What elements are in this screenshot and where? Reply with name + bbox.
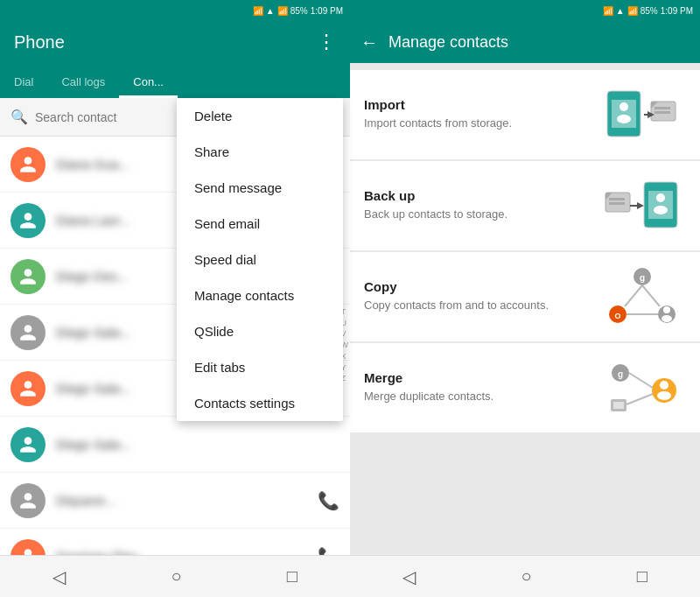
wifi-icon: ▲	[266, 6, 275, 16]
merge-title: Merge	[364, 370, 588, 385]
app-title: Phone	[14, 32, 65, 53]
time-left: 1:09 PM	[311, 6, 343, 16]
right-status-icons: 📶 ▲ 📶 85% 1:09 PM	[603, 6, 693, 16]
menu-item-contacts-settings[interactable]: Contacts settings	[177, 385, 343, 421]
svg-point-23	[663, 306, 670, 313]
right-bottom-nav: ◁ ○ □	[350, 555, 700, 597]
svg-point-33	[660, 381, 668, 390]
avatar	[10, 259, 46, 294]
svg-line-35	[629, 373, 653, 388]
svg-point-3	[617, 115, 631, 123]
svg-text:g: g	[640, 273, 645, 283]
phone-icon[interactable]: 📞	[318, 490, 340, 511]
more-options-button[interactable]: ⋮	[317, 31, 336, 53]
contact-name: Diana Laor...	[56, 213, 130, 228]
menu-item-send-message[interactable]: Send message	[177, 170, 343, 206]
right-home-nav-button[interactable]: ○	[500, 559, 552, 593]
backup-title: Back up	[364, 188, 588, 203]
manage-contacts-title: Manage contacts	[388, 33, 508, 52]
tab-contacts[interactable]: Con...	[119, 68, 178, 98]
right-panel: 📶 ▲ 📶 85% 1:09 PM ← Manage contacts Impo…	[350, 0, 700, 597]
avatar	[10, 203, 46, 238]
avatar	[10, 539, 46, 556]
import-icon	[598, 84, 686, 145]
recents-nav-button[interactable]: □	[266, 559, 318, 593]
merge-icon: g	[598, 357, 686, 418]
avatar	[10, 483, 46, 518]
import-card[interactable]: Import Import contacts from storage.	[350, 70, 700, 159]
right-time: 1:09 PM	[661, 6, 693, 16]
svg-point-24	[662, 315, 672, 322]
svg-rect-7	[654, 111, 670, 114]
import-title: Import	[364, 97, 588, 112]
right-back-nav-button[interactable]: ◁	[382, 559, 437, 594]
contact-name: Diego Sala...	[56, 437, 131, 452]
merge-card-text: Merge Merge duplicate contacts.	[364, 370, 588, 404]
svg-text:g: g	[618, 369, 623, 379]
import-desc: Import contacts from storage.	[364, 116, 588, 131]
svg-point-34	[657, 391, 671, 400]
left-top-bar: Phone ⋮	[0, 21, 350, 63]
right-notification-icon: 📶	[603, 6, 613, 16]
right-recents-nav-button[interactable]: □	[616, 559, 668, 593]
list-item[interactable]: Domingo Plac... 📞	[0, 529, 350, 555]
menu-item-edit-tabs[interactable]: Edit tabs	[177, 349, 343, 385]
right-top-bar: ← Manage contacts	[350, 21, 700, 63]
contact-name: Diquane...	[56, 493, 116, 508]
right-signal-icon: 📶	[627, 6, 638, 16]
menu-item-delete[interactable]: Delete	[177, 98, 343, 134]
import-card-text: Import Import contacts from storage.	[364, 97, 588, 131]
back-nav-button[interactable]: ◁	[32, 559, 87, 594]
svg-rect-31	[613, 402, 624, 409]
list-item[interactable]: Diquane... 📞	[0, 473, 350, 529]
svg-point-16	[656, 193, 665, 202]
svg-line-26	[642, 285, 660, 306]
avatar	[10, 315, 46, 350]
tab-call-logs[interactable]: Call logs	[47, 68, 119, 98]
svg-line-25	[625, 285, 642, 306]
tabs-bar: Dial Call logs Con...	[0, 63, 350, 98]
avatar	[10, 427, 46, 462]
back-button[interactable]: ←	[360, 32, 378, 53]
svg-rect-12	[609, 202, 625, 205]
contact-name: Diego Des...	[56, 269, 129, 284]
contact-name: Domingo Plac...	[56, 549, 149, 555]
tab-dial[interactable]: Dial	[0, 68, 47, 98]
left-panel: 📶 ▲ 📶 85% 1:09 PM Phone ⋮ Dial Call logs…	[0, 0, 350, 597]
backup-card[interactable]: Back up Back up contacts to storage.	[350, 161, 700, 250]
svg-line-36	[626, 394, 653, 404]
right-battery-text: 85%	[640, 6, 658, 16]
copy-icon: g O	[598, 266, 686, 327]
copy-title: Copy	[364, 279, 588, 294]
merge-desc: Merge duplicate contacts.	[364, 389, 588, 404]
search-icon: 🔍	[10, 109, 28, 125]
left-status-icons: 📶 ▲ 📶 85% 1:09 PM	[253, 6, 343, 16]
avatar	[10, 371, 46, 406]
signal-icon: 📶	[277, 6, 288, 16]
svg-point-17	[654, 206, 668, 214]
backup-desc: Back up contacts to storage.	[364, 207, 588, 222]
svg-rect-6	[654, 107, 670, 109]
manage-content: Import Import contacts from storage.	[350, 63, 700, 555]
list-item[interactable]: Diego Sala...	[0, 417, 350, 473]
menu-item-manage-contacts[interactable]: Manage contacts	[177, 277, 343, 313]
dropdown-menu: Delete Share Send message Send email Spe…	[177, 98, 343, 421]
svg-marker-13	[637, 202, 644, 209]
phone-icon[interactable]: 📞	[318, 546, 340, 556]
left-status-bar: 📶 ▲ 📶 85% 1:09 PM	[0, 0, 350, 21]
menu-item-share[interactable]: Share	[177, 134, 343, 170]
svg-rect-11	[609, 198, 625, 200]
menu-item-qslide[interactable]: QSlide	[177, 313, 343, 349]
svg-text:O: O	[614, 312, 620, 320]
battery-text: 85%	[290, 6, 308, 16]
merge-card[interactable]: Merge Merge duplicate contacts. g	[350, 343, 700, 432]
svg-point-2	[620, 102, 628, 111]
menu-item-speed-dial[interactable]: Speed dial	[177, 242, 343, 277]
menu-item-send-email[interactable]: Send email	[177, 206, 343, 242]
right-status-bar: 📶 ▲ 📶 85% 1:09 PM	[350, 0, 700, 21]
left-bottom-nav: ◁ ○ □	[0, 555, 350, 597]
avatar	[10, 147, 46, 182]
home-nav-button[interactable]: ○	[150, 559, 202, 593]
copy-card[interactable]: Copy Copy contacts from and to accounts.…	[350, 252, 700, 341]
contact-name: Diego Sala...	[56, 381, 131, 396]
